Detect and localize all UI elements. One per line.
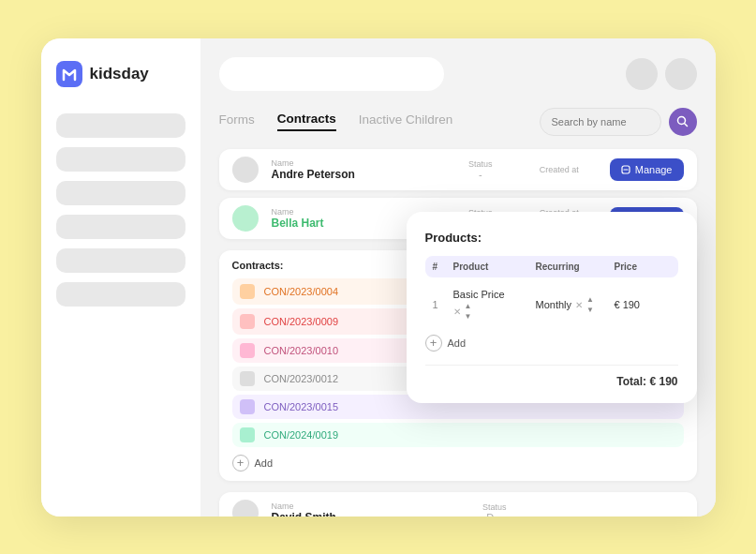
- app-window: kidsday Forms Contracts Inactive Childre…: [41, 38, 716, 517]
- popup-title: Products:: [425, 231, 678, 245]
- recurring-text-1: Monthly: [536, 299, 572, 310]
- avatar-bella: [232, 205, 259, 232]
- logo-icon: [56, 61, 82, 87]
- logo-text: kidsday: [90, 65, 149, 83]
- top-bar: [219, 57, 697, 91]
- status-david: Status D...: [467, 502, 523, 517]
- sidebar-item-2[interactable]: [56, 147, 185, 172]
- tab-inactive-children[interactable]: Inactive Children: [359, 112, 453, 130]
- tab-search-input[interactable]: [540, 108, 661, 136]
- avatar-andre: [232, 157, 259, 183]
- contract-icon-0004: [240, 284, 255, 299]
- col-header-recurring: Recurring: [536, 262, 611, 272]
- main-search-bar[interactable]: [219, 57, 444, 91]
- popup-add-icon[interactable]: +: [425, 335, 442, 352]
- sidebar-item-6[interactable]: [56, 282, 185, 307]
- avatar-david: [232, 500, 259, 517]
- name-label-david: Name: [272, 502, 453, 511]
- recurring-remove-btn[interactable]: ✕: [575, 295, 583, 315]
- contract-icon-0015: [240, 399, 255, 414]
- popup-add-label[interactable]: Add: [448, 337, 467, 349]
- row-price-1: € 190: [615, 299, 671, 310]
- product-remove-btn[interactable]: ✕: [453, 302, 461, 322]
- contract-row-0019: CON/2024/0019: [232, 423, 684, 447]
- contracts-add-icon[interactable]: +: [232, 455, 249, 472]
- col-header-num: #: [433, 262, 450, 272]
- person-card-andre: Name Andre Peterson Status - Created at: [219, 149, 697, 190]
- price-value-1: 190: [623, 299, 640, 310]
- row-num-1: 1: [433, 299, 450, 310]
- popup-add-row: + Add: [425, 335, 678, 352]
- contract-id-0019[interactable]: CON/2024/0019: [264, 429, 676, 441]
- status-andre: Status -: [452, 159, 509, 180]
- product-up-btn[interactable]: ▲: [463, 302, 474, 311]
- popup-total: Total: € 190: [425, 365, 678, 388]
- sidebar-item-1[interactable]: [56, 113, 185, 138]
- product-stepper: ▲ ▼: [463, 302, 474, 322]
- svg-line-2: [685, 124, 688, 127]
- logo: kidsday: [56, 61, 185, 87]
- tab-search-button[interactable]: [669, 108, 697, 136]
- search-icon: [676, 115, 689, 127]
- person-name-andre: Andre Peterson: [272, 168, 439, 181]
- recurring-up-btn[interactable]: ▲: [585, 295, 596, 305]
- total-label: Total:: [616, 375, 646, 388]
- person-card-david: Name David Smith Status D... Manage: [219, 492, 697, 517]
- profile-icon[interactable]: [665, 58, 697, 90]
- status-value-andre: -: [452, 169, 509, 180]
- product-controls-1: ✕ ▲ ▼: [453, 302, 532, 322]
- recurring-down-btn[interactable]: ▼: [585, 306, 596, 315]
- manage-button-andre[interactable]: Manage: [610, 158, 684, 181]
- tab-forms[interactable]: Forms: [219, 112, 255, 130]
- sidebar-item-4[interactable]: [56, 215, 185, 239]
- created-andre: Created at: [522, 165, 597, 174]
- status-value-david: D...: [467, 512, 523, 517]
- row-product-1: Basic Price ✕ ▲ ▼: [453, 289, 532, 322]
- col-header-product: Product: [453, 262, 532, 272]
- info-andre: Name Andre Peterson: [272, 158, 439, 181]
- sidebar: kidsday: [41, 38, 200, 517]
- contract-icon-0010: [240, 343, 255, 358]
- products-popup: Products: # Product Recurring Price 1 Ba…: [407, 212, 697, 403]
- tab-contracts[interactable]: Contracts: [277, 112, 336, 131]
- status-label-andre: Status: [452, 159, 509, 169]
- sidebar-item-5[interactable]: [56, 248, 185, 273]
- manage-label-andre: Manage: [635, 164, 673, 175]
- created-label-andre: Created at: [522, 165, 597, 174]
- contract-icon-0012: [240, 371, 255, 386]
- name-label-andre: Name: [272, 158, 439, 168]
- contract-icon-0019: [240, 427, 255, 442]
- product-name-1: Basic Price: [453, 289, 505, 300]
- sidebar-item-3[interactable]: [56, 181, 185, 205]
- product-down-btn[interactable]: ▼: [463, 312, 474, 322]
- total-value: 190: [659, 375, 677, 388]
- top-icons: [626, 58, 697, 90]
- row-recurring-1: Monthly ✕ ▲ ▼: [536, 295, 611, 315]
- status-label-david: Status: [467, 502, 523, 512]
- contracts-add-label[interactable]: Add: [255, 457, 274, 469]
- contract-icon-0009: [240, 314, 255, 329]
- total-currency: €: [649, 375, 656, 388]
- price-currency-1: €: [615, 299, 620, 310]
- recurring-controls: ✕ ▲ ▼: [575, 295, 596, 315]
- info-david: Name David Smith: [272, 502, 453, 517]
- person-name-david: David Smith: [272, 511, 453, 517]
- popup-table-row-1: 1 Basic Price ✕ ▲ ▼ Monthly ✕ ▲ ▼: [425, 283, 678, 327]
- tab-bar: Forms Contracts Inactive Children: [219, 108, 697, 136]
- notification-icon[interactable]: [626, 58, 658, 90]
- col-header-price: Price: [615, 262, 671, 272]
- recurring-stepper: ▲ ▼: [585, 295, 596, 315]
- manage-icon-andre: [621, 165, 630, 174]
- tab-search-area: [540, 108, 697, 136]
- contracts-add-row: + Add: [232, 455, 684, 472]
- popup-table-header: # Product Recurring Price: [425, 256, 678, 277]
